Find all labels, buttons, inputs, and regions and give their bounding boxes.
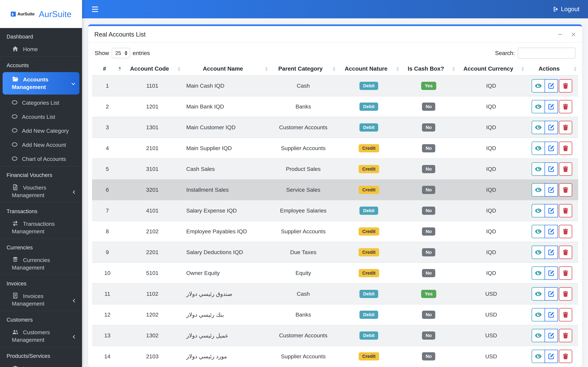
- sidebar-item-currencies-management[interactable]: Currencies Management: [0, 253, 82, 275]
- sidebar-item-label: Home: [23, 46, 38, 52]
- action-buttons: [527, 329, 577, 342]
- edit-button[interactable]: [545, 100, 558, 113]
- view-button[interactable]: [532, 350, 545, 363]
- delete-button[interactable]: [559, 308, 572, 321]
- trash-icon: [562, 124, 569, 131]
- delete-button[interactable]: [559, 267, 572, 280]
- trash-icon: [562, 228, 569, 235]
- cashbox-cell: No: [401, 158, 457, 179]
- sidebar-item-add-new-category[interactable]: Add New Category: [0, 124, 82, 138]
- delete-button[interactable]: [559, 204, 572, 217]
- edit-button[interactable]: [545, 267, 558, 280]
- edit-button[interactable]: [545, 246, 558, 259]
- delete-button[interactable]: [559, 162, 572, 176]
- account-code-cell: 2103: [123, 346, 182, 367]
- account-name-cell: Main Supplier IQD: [182, 138, 269, 158]
- edit-button[interactable]: [545, 308, 558, 321]
- sidebar-item-transactions-management[interactable]: Transactions Management: [0, 217, 82, 239]
- view-button[interactable]: [532, 79, 545, 92]
- delete-button[interactable]: [559, 329, 572, 342]
- sidebar-item-accounts-list[interactable]: Accounts List: [0, 110, 82, 124]
- edit-button[interactable]: [545, 204, 558, 217]
- hamburger-menu-icon[interactable]: [91, 5, 99, 13]
- sidebar-item-invoices-management[interactable]: Invoices Management: [0, 289, 82, 311]
- delete-button[interactable]: [559, 79, 572, 92]
- nature-badge: Credit: [359, 144, 379, 152]
- sidebar-item-label: Categories List: [22, 100, 59, 106]
- cashbox-badge: No: [422, 165, 435, 173]
- row-index-cell: 1: [92, 75, 123, 96]
- delete-button[interactable]: [559, 142, 572, 155]
- view-button[interactable]: [532, 287, 545, 301]
- edit-button[interactable]: [545, 329, 558, 342]
- edit-button[interactable]: [545, 350, 558, 363]
- edit-button[interactable]: [545, 225, 558, 238]
- column-header-actions[interactable]: Actions: [526, 63, 578, 75]
- logo-small-text: AurSuite: [17, 11, 35, 17]
- sidebar-item-categories-list[interactable]: Categories List: [0, 96, 82, 110]
- page-size-select[interactable]: 25: [112, 48, 130, 58]
- view-button[interactable]: [532, 100, 545, 113]
- delete-button[interactable]: [559, 225, 572, 238]
- view-button[interactable]: [532, 225, 545, 238]
- delete-button[interactable]: [559, 100, 572, 113]
- sidebar-item-accounts-management[interactable]: Accounts Management: [3, 72, 79, 94]
- view-button[interactable]: [532, 162, 545, 176]
- sidebar-item-vouchers-management[interactable]: Vouchers Management: [0, 181, 82, 202]
- action-buttons: [527, 246, 577, 259]
- cashbox-badge: No: [422, 311, 435, 319]
- account-name-cell: صندوق رئيسي دولار: [182, 284, 269, 304]
- search-input[interactable]: [518, 48, 576, 58]
- edit-button[interactable]: [545, 287, 558, 301]
- view-button[interactable]: [532, 204, 545, 217]
- trash-icon: [562, 311, 569, 318]
- sidebar-item-customers-management[interactable]: Customers Management: [0, 325, 82, 347]
- action-buttons: [527, 225, 577, 238]
- column-header-account-name[interactable]: Account Name: [182, 63, 269, 75]
- cashbox-cell: No: [401, 138, 457, 158]
- currency-cell: IQD: [457, 179, 526, 200]
- edit-button[interactable]: [545, 183, 558, 197]
- column-label: Account Code: [130, 65, 169, 72]
- sidebar-item-items-management[interactable]: Items Management: [0, 361, 82, 367]
- edit-button[interactable]: [545, 142, 558, 155]
- view-button[interactable]: [532, 183, 545, 197]
- column-header-account-code[interactable]: Account Code: [123, 63, 182, 75]
- edit-button[interactable]: [545, 121, 558, 134]
- delete-button[interactable]: [559, 183, 572, 197]
- delete-button[interactable]: [559, 287, 572, 301]
- cashbox-badge: No: [422, 227, 435, 236]
- sidebar-item-add-new-account[interactable]: Add New Account: [0, 138, 82, 152]
- column-header-is-cash-box[interactable]: Is Cash Box?: [401, 63, 457, 75]
- row-index-cell: 7: [92, 200, 123, 221]
- logo[interactable]: AurSuite AurSuite: [0, 0, 82, 28]
- delete-button[interactable]: [559, 121, 572, 134]
- sidebar-item-chart-of-accounts[interactable]: Chart of Accounts: [0, 152, 82, 166]
- view-button[interactable]: [532, 329, 545, 342]
- trash-icon: [562, 186, 569, 193]
- view-button[interactable]: [532, 246, 545, 259]
- view-button[interactable]: [532, 308, 545, 321]
- account-name-cell: بنك رئيسي دولار: [182, 304, 269, 325]
- view-button[interactable]: [532, 121, 545, 134]
- logo-mark: AurSuite: [10, 11, 35, 17]
- minimize-icon[interactable]: −: [558, 30, 562, 39]
- edit-button[interactable]: [545, 79, 558, 92]
- column-header-account-currency[interactable]: Account Currency: [457, 63, 526, 75]
- view-button[interactable]: [532, 142, 545, 155]
- edit-button[interactable]: [545, 162, 558, 176]
- table-head: #Account CodeAccount NameParent Category…: [92, 63, 578, 75]
- delete-button[interactable]: [559, 350, 572, 363]
- delete-button[interactable]: [559, 246, 572, 259]
- parent-category-cell: Cash: [269, 75, 337, 96]
- logout-button[interactable]: Logout: [553, 6, 579, 13]
- close-icon[interactable]: ×: [571, 30, 576, 39]
- sidebar-item-home[interactable]: Home: [0, 42, 82, 56]
- aursuite-mark-icon: [10, 11, 16, 17]
- column-header-parent-category[interactable]: Parent Category: [269, 63, 337, 75]
- table-row: 9 2201 Salary Deductions IQD Due Taxes C…: [92, 242, 578, 263]
- view-button[interactable]: [532, 267, 545, 280]
- column-header-[interactable]: #: [92, 63, 123, 75]
- trash-icon: [562, 207, 569, 214]
- column-header-account-nature[interactable]: Account Nature: [337, 63, 401, 75]
